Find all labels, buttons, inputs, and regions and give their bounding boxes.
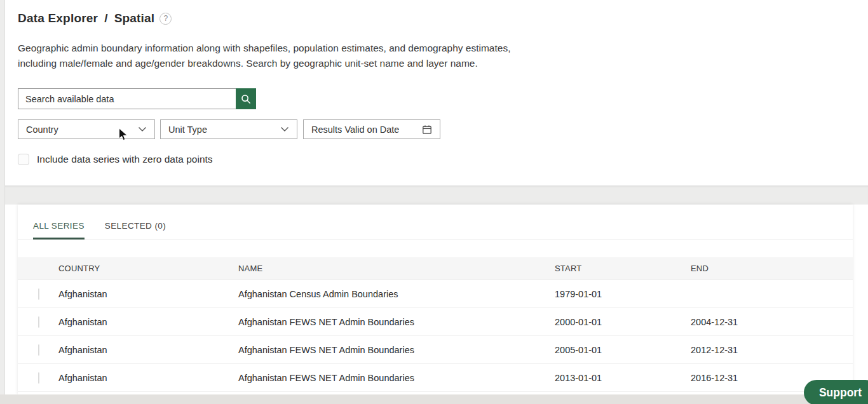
- tab-selected[interactable]: SELECTED (0): [105, 221, 166, 239]
- cell-country: Afghanistan: [58, 373, 238, 383]
- cell-name: Afghanistan Census Admin Boundaries: [238, 289, 555, 299]
- cell-country: Afghanistan: [58, 317, 238, 327]
- breadcrumb: Data Explorer / Spatial ?: [18, 11, 172, 25]
- page-description: Geographic admin boundary information al…: [18, 41, 552, 71]
- support-button[interactable]: Support: [804, 380, 868, 404]
- tab-all-series[interactable]: ALL SERIES: [33, 221, 85, 239]
- country-dropdown[interactable]: Country: [18, 119, 155, 139]
- cell-start: 2005-01-01: [555, 345, 691, 355]
- results-valid-date-label: Results Valid on Date: [311, 125, 399, 135]
- table-body: Afghanistan Afghanistan Census Admin Bou…: [18, 280, 853, 392]
- data-explorer-page: Data Explorer / Spatial ? Geographic adm…: [0, 0, 868, 404]
- search-bar: [18, 88, 256, 109]
- zero-data-points-checkbox[interactable]: [18, 154, 29, 165]
- unit-type-dropdown[interactable]: Unit Type: [160, 119, 297, 139]
- cell-start: 2000-01-01: [555, 317, 691, 327]
- cell-name: Afghanistan FEWS NET Admin Boundaries: [238, 373, 555, 383]
- cell-name: Afghanistan FEWS NET Admin Boundaries: [238, 345, 555, 355]
- help-icon[interactable]: ?: [159, 13, 172, 25]
- column-header-country[interactable]: COUNTRY: [58, 264, 238, 273]
- country-dropdown-label: Country: [26, 125, 58, 135]
- table-row[interactable]: Afghanistan Afghanistan Census Admin Bou…: [18, 280, 853, 308]
- cell-name: Afghanistan FEWS NET Admin Boundaries: [238, 317, 555, 327]
- search-button[interactable]: [236, 88, 256, 109]
- table-header: COUNTRY NAME START END: [18, 257, 853, 280]
- page-title: Spatial: [114, 11, 155, 25]
- unit-type-dropdown-label: Unit Type: [168, 125, 207, 135]
- column-header-name[interactable]: NAME: [238, 264, 555, 273]
- column-header-start[interactable]: START: [555, 264, 691, 273]
- cell-end: 2004-12-31: [691, 317, 853, 327]
- row-checkbox[interactable]: [38, 316, 39, 328]
- search-input[interactable]: [18, 88, 236, 109]
- series-tabs: ALL SERIES SELECTED (0): [18, 205, 853, 240]
- results-valid-date-picker[interactable]: Results Valid on Date: [303, 119, 440, 139]
- table-row[interactable]: Afghanistan Afghanistan FEWS NET Admin B…: [18, 308, 853, 336]
- column-header-end[interactable]: END: [691, 264, 853, 273]
- calendar-icon: [422, 125, 432, 135]
- cell-country: Afghanistan: [58, 345, 238, 355]
- row-checkbox[interactable]: [38, 344, 39, 356]
- filter-row: Country Unit Type Results Valid on Date: [18, 119, 440, 139]
- row-checkbox[interactable]: [38, 372, 39, 384]
- page-left-edge: [0, 0, 5, 404]
- zero-data-points-label: Include data series with zero data point…: [37, 154, 213, 165]
- zero-data-points-row: Include data series with zero data point…: [18, 154, 213, 165]
- cell-country: Afghanistan: [58, 289, 238, 299]
- breadcrumb-section[interactable]: Data Explorer: [18, 11, 98, 25]
- section-divider-band: [5, 185, 868, 205]
- series-card: ALL SERIES SELECTED (0) COUNTRY NAME STA…: [18, 205, 853, 394]
- breadcrumb-separator: /: [104, 11, 107, 25]
- cell-start: 1979-01-01: [555, 289, 691, 299]
- chevron-down-icon: [280, 126, 289, 132]
- table-row[interactable]: Afghanistan Afghanistan FEWS NET Admin B…: [18, 336, 853, 364]
- cell-start: 2013-01-01: [555, 373, 691, 383]
- chevron-down-icon: [138, 126, 147, 132]
- search-icon: [241, 94, 251, 104]
- cell-end: 2012-12-31: [691, 345, 853, 355]
- row-checkbox[interactable]: [38, 288, 39, 300]
- table-row[interactable]: Afghanistan Afghanistan FEWS NET Admin B…: [18, 364, 853, 392]
- horizontal-scrollbar-track[interactable]: [0, 394, 868, 404]
